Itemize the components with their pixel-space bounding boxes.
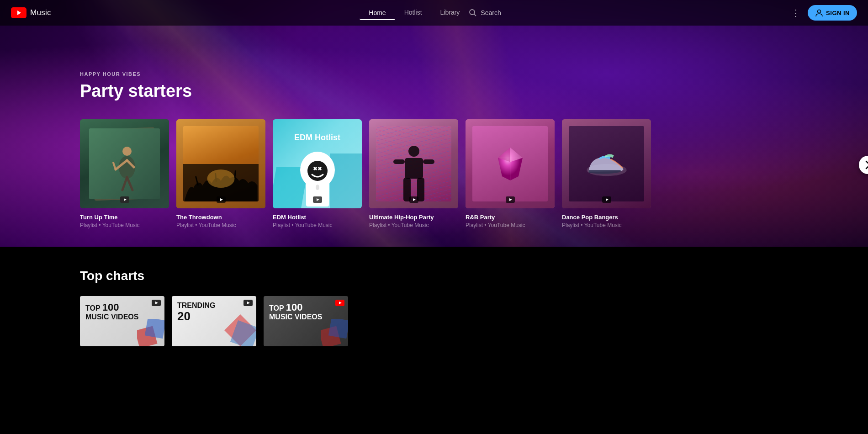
svg-rect-35: [423, 159, 434, 164]
edm-hotlist-label: EDM Hotlist: [294, 133, 340, 143]
svg-rect-51: [145, 319, 164, 339]
card-title-6: Dance Pop Bangers: [562, 214, 651, 221]
yt-badge-3: [313, 196, 322, 205]
chart-title-3: TOP 100 MUSIC VIDEOS: [269, 302, 322, 322]
person-icon: [815, 9, 823, 17]
svg-point-17: [207, 169, 235, 188]
logo-text: Music: [30, 8, 51, 17]
chart-card-top100-2[interactable]: TOP 100 MUSIC VIDEOS: [264, 296, 348, 346]
crowd-icon: [183, 165, 259, 201]
card-title-1: Turn Up Time: [80, 214, 169, 221]
yt-badge-5: [506, 196, 515, 205]
playlist-cards: Turn Up Time Playlist • YouTube Music: [80, 119, 868, 228]
chart-title-1: TOP 100 MUSIC VIDEOS: [85, 302, 138, 322]
card-thumb-4: [369, 119, 458, 208]
svg-point-22: [307, 161, 328, 181]
hero-subtitle: HAPPY HOUR VIBES: [80, 71, 868, 77]
youtube-icon-chart1: [152, 300, 161, 306]
youtube-badge-icon-2: [217, 196, 226, 203]
youtube-logo-icon: [11, 7, 26, 18]
next-carousel-button[interactable]: [859, 156, 868, 174]
top-charts-title: Top charts: [80, 269, 788, 283]
geo-shape-1: [137, 319, 164, 346]
card-thumb-3: EDM Hotlist: [273, 119, 362, 208]
chart-title-2: TRENDING 20: [177, 302, 216, 323]
hiphop-person-icon: [384, 142, 444, 201]
playlist-card-throwdown[interactable]: The Throwdown Playlist • YouTube Music: [176, 119, 265, 228]
geo-shape-2: [224, 314, 256, 346]
card-sub-4: Playlist • YouTube Music: [369, 222, 458, 228]
hero-section: HAPPY HOUR VIBES Party starters: [0, 0, 868, 247]
dancing-person-icon: [104, 144, 145, 199]
yt-badge-chart-2: [243, 300, 253, 308]
search-button[interactable]: Search: [469, 9, 501, 17]
chart-geo-icon-3: [321, 319, 348, 346]
youtube-icon-chart3: [335, 300, 344, 306]
svg-point-2: [470, 10, 475, 15]
chart-card-top100-1[interactable]: TOP 100 MUSIC VIDEOS: [80, 296, 164, 346]
playlist-card-turn-up-time[interactable]: Turn Up Time Playlist • YouTube Music: [80, 119, 169, 228]
card-sub-6: Playlist • YouTube Music: [562, 222, 651, 228]
svg-rect-31: [405, 158, 423, 179]
chart-geo-icon-1: [137, 319, 164, 346]
hero-title: Party starters: [80, 81, 868, 101]
geo-shape-3: [321, 319, 348, 346]
svg-line-10: [127, 177, 132, 190]
logo[interactable]: Music: [11, 7, 51, 18]
playlist-card-hip-hop[interactable]: Ultimate Hip-Hop Party Playlist • YouTub…: [369, 119, 458, 228]
card-title-2: The Throwdown: [176, 214, 265, 221]
hero-content: HAPPY HOUR VIBES Party starters: [0, 26, 868, 228]
svg-point-27: [316, 185, 319, 190]
chart-geo-icon-2: [224, 314, 256, 346]
card-thumb-2: [176, 119, 265, 208]
sign-in-button[interactable]: SIGN IN: [808, 5, 857, 21]
card-sub-1: Playlist • YouTube Music: [80, 222, 169, 228]
card-sub-3: Playlist • YouTube Music: [273, 222, 362, 228]
youtube-badge-icon: [120, 196, 129, 203]
card-sub-5: Playlist • YouTube Music: [466, 222, 555, 228]
svg-rect-34: [393, 159, 405, 164]
card-sub-2: Playlist • YouTube Music: [176, 222, 265, 228]
yt-badge-1: [120, 196, 129, 205]
sneaker-icon: [582, 148, 632, 180]
card-thumb-6: [562, 119, 651, 208]
charts-row: TOP 100 MUSIC VIDEOS TRENDING 20: [80, 296, 788, 346]
yt-badge-2: [217, 196, 226, 205]
svg-rect-59: [328, 319, 348, 339]
card-art-2: [176, 119, 265, 208]
nav-links: Home Hotlist Library Search: [69, 5, 791, 21]
nav-home[interactable]: Home: [360, 5, 395, 20]
yt-badge-chart-3: [335, 300, 344, 308]
svg-line-16: [235, 170, 236, 180]
card-title-4: Ultimate Hip-Hop Party: [369, 214, 458, 221]
card-art-6: [562, 119, 651, 208]
nav-hotlist[interactable]: Hotlist: [395, 5, 431, 21]
youtube-badge-icon-5: [506, 196, 515, 203]
nav-library[interactable]: Library: [431, 5, 469, 21]
sign-in-label: SIGN IN: [826, 10, 850, 16]
youtube-icon-chart2: [243, 300, 253, 306]
search-label: Search: [481, 9, 501, 16]
card-thumb-5: [466, 119, 555, 208]
playlist-card-rnb[interactable]: R&B Party Playlist • YouTube Music: [466, 119, 555, 228]
nav-right: ⋮ SIGN IN: [791, 5, 857, 21]
playlist-card-dance-pop[interactable]: Dance Pop Bangers Playlist • YouTube Mus…: [562, 119, 651, 228]
card-art-5: [466, 119, 555, 208]
svg-line-11: [113, 163, 116, 169]
youtube-badge-icon-3: [313, 196, 322, 203]
top-charts-section: Top charts TOP 100 MUSIC VIDEOS: [0, 247, 868, 368]
svg-line-9: [122, 177, 127, 190]
yt-badge-4: [409, 196, 418, 205]
card-title-3: EDM Hotlist: [273, 214, 362, 221]
svg-point-30: [408, 146, 419, 157]
card-title-5: R&B Party: [466, 214, 555, 221]
chart-card-trending20[interactable]: TRENDING 20: [172, 296, 256, 346]
more-options-icon[interactable]: ⋮: [791, 7, 800, 18]
playlist-card-edm[interactable]: EDM Hotlist: [273, 119, 362, 228]
svg-line-3: [474, 14, 476, 16]
card-thumb-1: [80, 119, 169, 208]
svg-point-4: [818, 10, 821, 13]
search-icon: [469, 9, 477, 17]
youtube-badge-icon-6: [602, 196, 611, 203]
yt-badge-6: [602, 196, 611, 205]
